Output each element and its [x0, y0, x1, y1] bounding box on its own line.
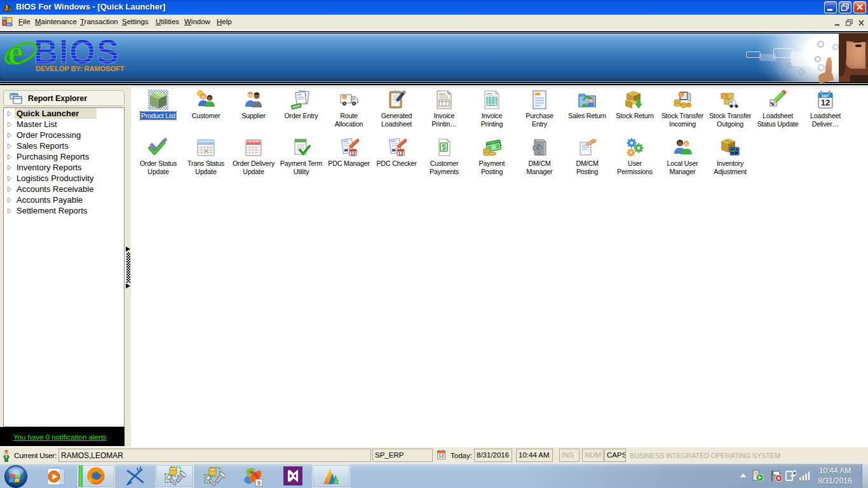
svg-text:e: e — [8, 32, 24, 72]
svg-text:12: 12 — [351, 151, 356, 156]
svg-text:12: 12 — [398, 151, 403, 156]
svg-text:9: 9 — [257, 480, 261, 486]
svg-text:12: 12 — [821, 98, 830, 107]
svg-text:12: 12 — [438, 453, 444, 459]
svg-text:S: S — [343, 95, 346, 100]
svg-text:S: S — [723, 94, 726, 98]
svg-text:$: $ — [442, 143, 446, 152]
svg-text:SEP: SEP — [822, 94, 829, 98]
svg-text:S: S — [680, 93, 683, 97]
